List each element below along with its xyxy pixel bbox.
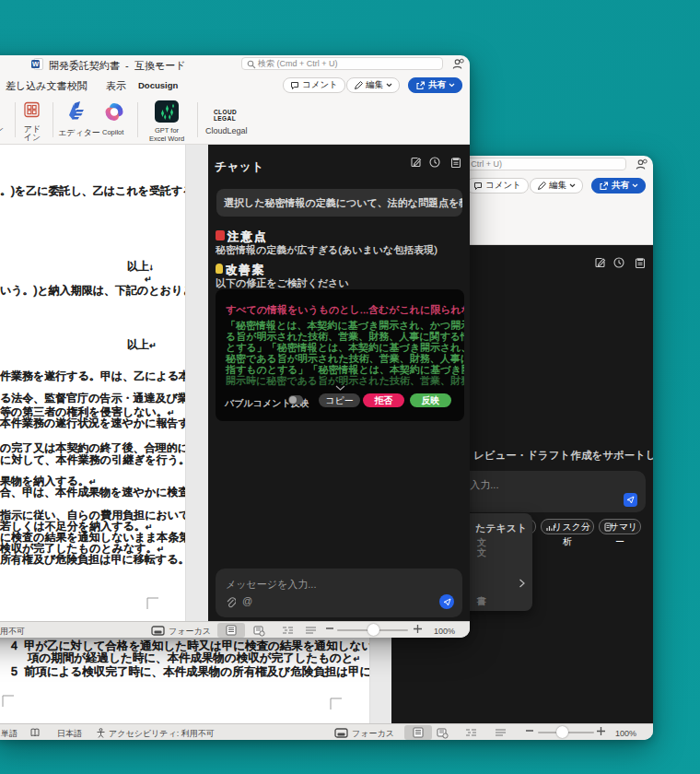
svg-text:W: W — [32, 60, 40, 68]
